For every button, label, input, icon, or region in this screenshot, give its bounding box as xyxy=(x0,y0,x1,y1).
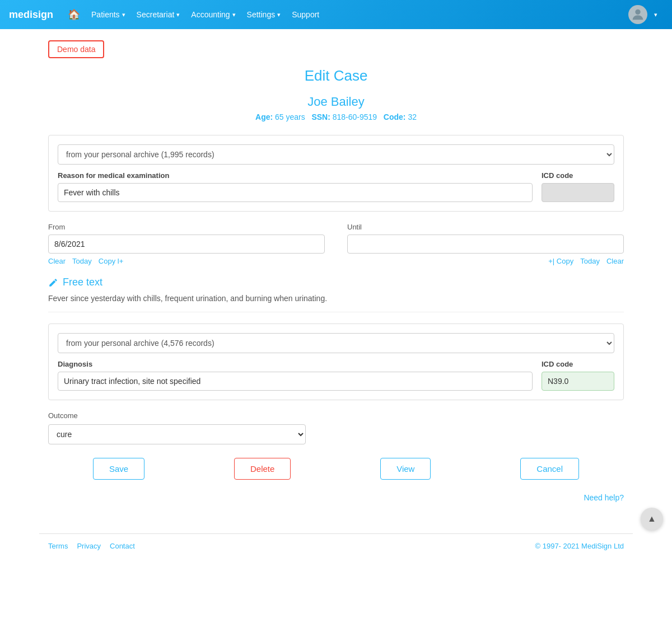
age-label: Age: xyxy=(255,113,273,121)
free-text-section: Free text Fever since yesterday with chi… xyxy=(48,277,624,312)
outcome-section: Outcome cure improvement no change refer… xyxy=(48,411,624,444)
footer-privacy-link[interactable]: Privacy xyxy=(77,542,101,550)
diagnosis-input[interactable] xyxy=(58,372,533,391)
diagnosis-icd-label: ICD code xyxy=(542,360,614,368)
svg-point-0 xyxy=(635,10,640,15)
examination-icd-input[interactable] xyxy=(542,183,614,202)
until-date-group: Until +| Copy Today Clear xyxy=(347,223,624,265)
ssn-label: SSN: xyxy=(311,113,330,121)
diagnosis-icd-input[interactable] xyxy=(542,372,614,391)
until-date-actions: +| Copy Today Clear xyxy=(347,257,624,265)
code-label: Code: xyxy=(384,113,406,121)
from-date-actions: Clear Today Copy l+ xyxy=(48,257,325,265)
footer-contact-link[interactable]: Contact xyxy=(110,542,135,550)
until-label: Until xyxy=(347,223,624,231)
footer-copyright: © 1997- 2021 MediSign Ltd xyxy=(535,542,624,550)
navbar: medisign 🏠 Patients ▾ Secretariat ▾ Acco… xyxy=(0,0,672,29)
user-avatar[interactable] xyxy=(628,5,647,24)
user-menu-chevron[interactable]: ▾ xyxy=(648,8,663,22)
chevron-down-icon: ▾ xyxy=(122,11,125,18)
navbar-brand[interactable]: medisign xyxy=(9,9,53,21)
nav-secretariat[interactable]: Secretariat ▾ xyxy=(131,7,186,22)
nav-home-icon[interactable]: 🏠 xyxy=(62,5,86,24)
until-copy-link[interactable]: +| Copy xyxy=(548,257,573,265)
from-clear-link[interactable]: Clear xyxy=(48,257,66,265)
diagnosis-label: Diagnosis xyxy=(58,360,533,368)
outcome-select[interactable]: cure improvement no change referral hosp… xyxy=(48,424,306,444)
chevron-down-icon: ▾ xyxy=(232,11,236,18)
demo-data-button[interactable]: Demo data xyxy=(48,40,104,58)
nav-settings[interactable]: Settings ▾ xyxy=(241,7,287,22)
page-title: Edit Case xyxy=(48,67,624,85)
free-text-title: Free text xyxy=(63,277,102,288)
diagnosis-archive-select[interactable]: from your personal archive (4,576 record… xyxy=(58,333,614,353)
action-buttons: Save Delete View Cancel xyxy=(48,458,624,480)
nav-patients[interactable]: Patients ▾ xyxy=(86,7,131,22)
patient-name: Joe Bailey xyxy=(48,95,624,109)
until-today-link[interactable]: Today xyxy=(580,257,600,265)
patient-code: 32 xyxy=(408,113,417,121)
nav-support[interactable]: Support xyxy=(286,7,325,22)
need-help-link[interactable]: Need help? xyxy=(584,493,624,502)
chevron-up-icon: ▲ xyxy=(647,514,656,524)
nav-accounting[interactable]: Accounting ▾ xyxy=(185,7,241,22)
diagnosis-card: from your personal archive (4,576 record… xyxy=(48,324,624,400)
until-clear-link[interactable]: Clear xyxy=(606,257,624,265)
main-container: Demo data Edit Case Joe Bailey Age: 65 y… xyxy=(39,29,633,533)
patient-ssn: 818-60-9519 xyxy=(333,113,377,121)
footer-terms-link[interactable]: Terms xyxy=(48,542,68,550)
patient-age: 65 years xyxy=(275,113,305,121)
chevron-down-icon: ▾ xyxy=(277,11,281,18)
free-text-header: Free text xyxy=(48,277,624,288)
patient-info: Age: 65 years SSN: 818-60-9519 Code: 32 xyxy=(48,113,624,121)
from-date-input[interactable] xyxy=(48,235,325,254)
reason-label: Reason for medical examination xyxy=(58,171,533,180)
outcome-label: Outcome xyxy=(48,411,624,420)
edit-icon xyxy=(48,278,58,288)
from-today-link[interactable]: Today xyxy=(72,257,92,265)
save-button[interactable]: Save xyxy=(93,458,144,480)
examination-archive-select[interactable]: from your personal archive (1,995 record… xyxy=(58,144,614,165)
footer: Terms Privacy Contact © 1997- 2021 MediS… xyxy=(0,533,672,558)
view-button[interactable]: View xyxy=(380,458,431,480)
from-date-group: From Clear Today Copy l+ xyxy=(48,223,325,265)
need-help-section: Need help? xyxy=(48,493,624,502)
from-label: From xyxy=(48,223,325,231)
examination-card: from your personal archive (1,995 record… xyxy=(48,135,624,212)
cancel-button[interactable]: Cancel xyxy=(520,458,579,480)
date-section: From Clear Today Copy l+ Until +| Copy T… xyxy=(48,223,624,265)
reason-input[interactable] xyxy=(58,183,533,202)
until-date-input[interactable] xyxy=(347,235,624,254)
free-text-content: Fever since yesterday with chills, frequ… xyxy=(48,294,624,303)
from-copy-link[interactable]: Copy l+ xyxy=(99,257,123,265)
delete-button[interactable]: Delete xyxy=(234,458,291,480)
footer-links: Terms Privacy Contact xyxy=(48,542,135,550)
chevron-down-icon: ▾ xyxy=(176,11,180,18)
examination-icd-label: ICD code xyxy=(542,171,614,180)
scroll-top-button[interactable]: ▲ xyxy=(641,508,663,530)
footer-company[interactable]: MediSign Ltd xyxy=(581,542,624,550)
